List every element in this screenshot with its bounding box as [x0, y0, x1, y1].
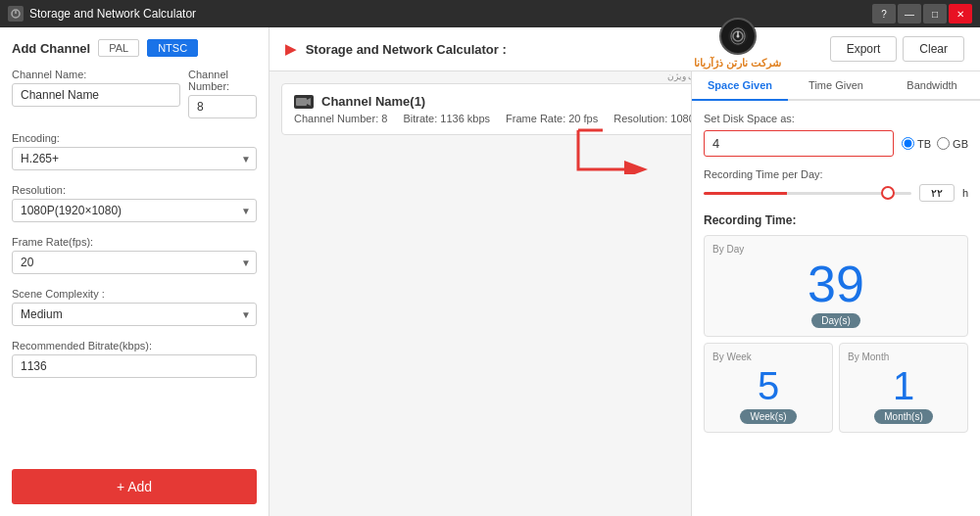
by-day-unit: Day(s)	[811, 313, 859, 328]
encoding-label: Encoding:	[12, 132, 257, 144]
resolution-label: Resolution:	[12, 184, 257, 196]
channel-number-input[interactable]	[188, 95, 257, 118]
tb-radio[interactable]	[902, 137, 914, 150]
time-card-month: By Month 1 Month(s)	[839, 343, 968, 433]
section-title: Add Channel	[12, 41, 90, 56]
left-panel: Add Channel PAL NTSC Channel Name: Chann…	[0, 27, 270, 516]
by-month-label: By Month	[848, 352, 889, 362]
close-button[interactable]: ✕	[949, 4, 972, 23]
disk-space-input[interactable]	[704, 130, 894, 157]
channel-card-name: Channel Name(1)	[321, 94, 425, 109]
framerate-select[interactable]: 20 15 25 30	[12, 251, 257, 274]
disk-space-input-wrap: TB GB	[704, 130, 968, 157]
encoding-select[interactable]: H.265+ H.265 H.264+ H.264	[12, 147, 257, 170]
by-month-unit: Month(s)	[874, 409, 932, 424]
by-week-label: By Week	[712, 352, 752, 362]
tab-time-given[interactable]: Time Given	[788, 71, 884, 101]
right-top-bar: ▶ Storage and Network Calculator : شرکت …	[270, 27, 980, 71]
unit-radio-group: TB GB	[902, 137, 968, 150]
time-card-week: By Week 5 Week(s)	[704, 343, 833, 433]
gb-radio[interactable]	[937, 137, 950, 150]
calc-tabs: Space Given Time Given Bandwidth	[692, 71, 980, 101]
channel-name-number-row: Channel Name: Channel Number:	[12, 69, 257, 124]
scene-complexity-group: Scene Complexity : Medium Low High ▼	[12, 288, 257, 326]
by-day-value: 39	[808, 258, 864, 309]
add-channel-header: Add Channel PAL NTSC	[12, 39, 257, 57]
content-area: Channel Name(1) Channel Number: 8 Bitrat…	[270, 71, 980, 516]
calc-content: Set Disk Space as: TB GB	[692, 101, 980, 516]
resolution-group: Resolution: 1080P(1920×1080) 720P(1280×7…	[12, 184, 257, 222]
time-card-day: By Day 39 Day(s)	[704, 235, 968, 337]
disk-space-label: Set Disk Space as:	[704, 113, 968, 124]
framerate-select-wrap: 20 15 25 30 ▼	[12, 251, 257, 274]
time-cards-grid: By Day 39 Day(s) By Week 5 Week(s)	[704, 235, 968, 433]
export-button[interactable]: Export	[830, 36, 898, 62]
right-panel-title: ▶ Storage and Network Calculator :	[285, 41, 656, 57]
channel-framerate-detail: Frame Rate: 20 fps	[506, 113, 598, 124]
main-container: Add Channel PAL NTSC Channel Name: Chann…	[0, 27, 980, 516]
resolution-select[interactable]: 1080P(1920×1080) 720P(1280×720) 4K(3840×…	[12, 199, 257, 222]
recording-time-per-day-label: Recording Time per Day:	[704, 168, 968, 180]
logo-circle	[719, 18, 757, 55]
camera-icon	[294, 95, 314, 109]
by-week-unit: Week(s)	[740, 409, 796, 424]
svg-marker-7	[307, 98, 311, 106]
channel-bitrate-detail: Bitrate: 1136 kbps	[403, 113, 490, 124]
add-button[interactable]: + Add	[12, 469, 257, 504]
recording-time-slider[interactable]	[704, 192, 911, 195]
channel-number-detail: Channel Number: 8	[294, 113, 387, 124]
tb-radio-label[interactable]: TB	[902, 137, 931, 150]
title-bar: Storage and Network Calculator ? — □ ✕	[0, 0, 980, 27]
channel-name-label: Channel Name:	[12, 69, 180, 80]
minimize-button[interactable]: —	[898, 4, 921, 23]
window-controls: ? — □ ✕	[872, 4, 972, 23]
app-icon	[8, 6, 24, 22]
framerate-group: Frame Rate(fps): 20 15 25 30 ▼	[12, 236, 257, 274]
svg-point-5	[736, 34, 739, 37]
clear-button[interactable]: Clear	[903, 36, 964, 62]
encoding-select-wrap: H.265+ H.265 H.264+ H.264 ▼	[12, 147, 257, 170]
svg-rect-6	[296, 98, 307, 106]
tab-space-given[interactable]: Space Given	[692, 71, 788, 101]
tab-bandwidth[interactable]: Bandwidth	[884, 71, 980, 101]
scene-complexity-select[interactable]: Medium Low High	[12, 303, 257, 326]
gb-radio-label[interactable]: GB	[937, 137, 968, 150]
right-panel: ▶ Storage and Network Calculator : شرکت …	[270, 27, 980, 516]
maximize-button[interactable]: □	[923, 4, 947, 23]
channel-name-group: Channel Name:	[12, 69, 180, 118]
scene-complexity-select-wrap: Medium Low High ▼	[12, 303, 257, 326]
channel-number-label: Channel Number:	[188, 69, 257, 92]
slider-wrap: Recording Time per Day: h	[704, 168, 968, 202]
top-actions: Export Clear	[830, 36, 964, 62]
by-month-value: 1	[893, 366, 914, 405]
channel-number-group: Channel Number:	[188, 69, 257, 118]
by-week-value: 5	[758, 366, 779, 405]
framerate-label: Frame Rate(fps):	[12, 236, 257, 248]
bitrate-label: Recommended Bitrate(kbps):	[12, 340, 257, 352]
encoding-group: Encoding: H.265+ H.265 H.264+ H.264 ▼	[12, 132, 257, 170]
bitrate-group: Recommended Bitrate(kbps):	[12, 340, 257, 378]
slider-unit: h	[962, 187, 968, 199]
calc-panel: Space Given Time Given Bandwidth Set Dis…	[691, 71, 980, 516]
pal-button[interactable]: PAL	[98, 39, 139, 57]
bitrate-input[interactable]	[12, 354, 257, 378]
channel-name-input[interactable]	[12, 83, 180, 107]
by-day-label: By Day	[712, 244, 744, 255]
ntsc-button[interactable]: NTSC	[147, 39, 198, 57]
scene-complexity-label: Scene Complexity :	[12, 288, 257, 300]
slider-row: h	[704, 184, 968, 202]
slider-value-input[interactable]	[919, 184, 955, 202]
brand-name: شرکت نارتن ذژآریانا	[694, 57, 781, 70]
help-button[interactable]: ?	[872, 4, 896, 23]
recording-time-title: Recording Time:	[704, 213, 968, 227]
resolution-select-wrap: 1080P(1920×1080) 720P(1280×720) 4K(3840×…	[12, 199, 257, 222]
week-month-row: By Week 5 Week(s) By Month 1 Month(s)	[704, 343, 968, 433]
